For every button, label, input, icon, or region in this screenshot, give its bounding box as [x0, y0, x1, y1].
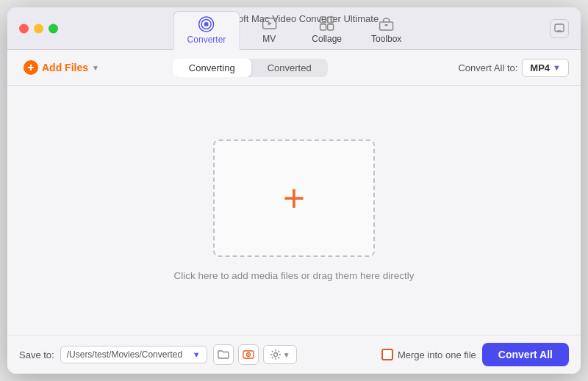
merge-label-text: Merge into one file [398, 349, 476, 360]
close-button[interactable] [19, 23, 29, 33]
format-select[interactable]: MP4 ▼ [522, 59, 569, 77]
convert-all-button[interactable]: Convert All [482, 343, 569, 366]
tab-converter[interactable]: Converter [173, 11, 240, 50]
app-window: Aiseesoft Mac Video Converter Ultimate C… [7, 7, 581, 374]
minimize-button[interactable] [34, 23, 43, 33]
add-files-plus-icon: + [24, 60, 38, 75]
svg-rect-4 [320, 17, 326, 23]
nav-tabs: Converter MV [173, 11, 415, 49]
folder-icon-button[interactable] [213, 344, 234, 365]
tab-toolbox[interactable]: Toolbox [358, 11, 415, 49]
drop-plus-icon: + [283, 179, 305, 217]
save-path-select[interactable]: /Users/test/Movies/Converted ▼ [60, 346, 207, 363]
svg-rect-9 [385, 24, 388, 26]
svg-point-1 [204, 22, 209, 26]
main-content: + Click here to add media files or drag … [7, 86, 581, 335]
add-files-chevron-icon: ▼ [92, 64, 99, 72]
mv-icon [261, 15, 277, 32]
toolbox-icon [379, 15, 395, 32]
convert-all-to-group: Convert All to: MP4 ▼ [458, 59, 569, 77]
tab-converter-label: Converter [187, 35, 226, 45]
media-icon-button[interactable] [238, 344, 259, 365]
svg-rect-7 [328, 24, 334, 30]
format-value: MP4 [530, 62, 550, 73]
svg-rect-5 [328, 17, 334, 23]
merge-checkbox-label[interactable]: Merge into one file [381, 349, 476, 360]
tab-toolbox-label: Toolbox [371, 34, 401, 44]
save-path-value: /Users/test/Movies/Converted [67, 349, 182, 360]
traffic-lights [19, 23, 58, 33]
svg-point-13 [248, 354, 249, 355]
add-files-label: Add Files [42, 62, 88, 73]
svg-point-14 [273, 353, 277, 357]
merge-checkbox[interactable] [381, 349, 393, 360]
settings-button[interactable]: ▼ [263, 345, 297, 364]
converting-tab[interactable]: Converting [173, 59, 251, 77]
titlebar: Aiseesoft Mac Video Converter Ultimate C… [7, 7, 581, 50]
maximize-button[interactable] [49, 23, 58, 33]
footer-icon-group: ▼ [213, 344, 297, 365]
collage-icon [319, 15, 335, 32]
svg-rect-6 [320, 24, 326, 30]
tab-collage-label: Collage [312, 34, 342, 44]
message-button[interactable] [550, 19, 569, 38]
tab-mv-label: MV [262, 34, 276, 44]
footer: Save to: /Users/test/Movies/Converted ▼ [7, 335, 581, 374]
convert-all-to-label: Convert All to: [458, 62, 517, 73]
save-path-chevron-icon: ▼ [193, 350, 201, 359]
save-to-label: Save to: [19, 349, 54, 360]
status-switcher: Converting Converted [173, 59, 328, 77]
drop-zone[interactable]: + [213, 139, 375, 257]
drop-hint: Click here to add media files or drag th… [173, 270, 414, 281]
tab-mv[interactable]: MV [243, 11, 295, 49]
converter-icon [198, 16, 215, 32]
tab-collage[interactable]: Collage [298, 11, 355, 49]
add-files-button[interactable]: + Add Files ▼ [19, 57, 104, 78]
toolbar: + Add Files ▼ Converting Converted Conve… [7, 50, 581, 86]
settings-chevron-icon: ▼ [283, 351, 290, 359]
format-chevron-icon: ▼ [553, 63, 561, 72]
converted-tab[interactable]: Converted [251, 59, 328, 77]
